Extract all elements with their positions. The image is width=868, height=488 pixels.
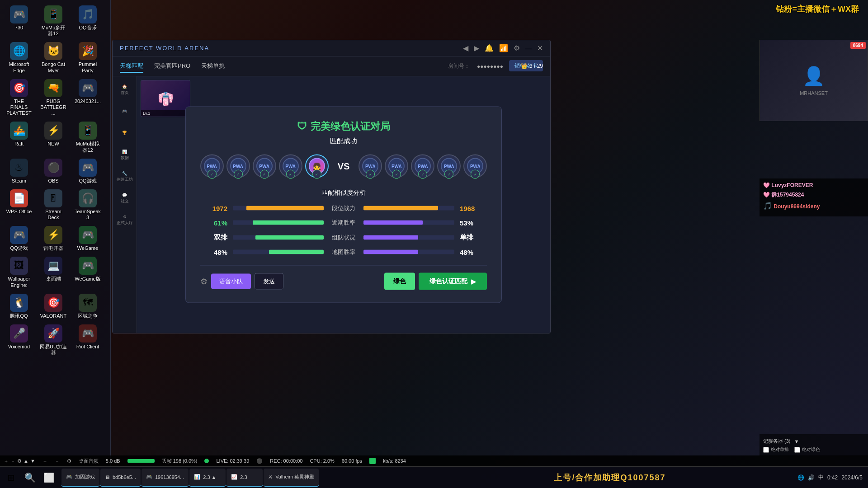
running-app[interactable]: 🎮 196136954... bbox=[142, 469, 189, 487]
tab-tianti-single[interactable]: 天梯单挑 bbox=[201, 60, 225, 73]
server-dropdown-icon[interactable]: ▼ bbox=[794, 439, 799, 444]
launcher-header: PERFECT WORLD ARENA ◀ ▶ 🔔 📶 ⚙ — ✕ bbox=[113, 40, 550, 56]
stat-bar-right bbox=[363, 235, 454, 239]
absolute-green-check[interactable]: 绝对绿色 bbox=[794, 446, 820, 453]
taskbar-network[interactable]: 🌐 bbox=[797, 474, 804, 481]
chat-name-1: 🩷 LuvyzFOREVER bbox=[763, 182, 813, 188]
obs-statusbar: ＋ － ⚙ ▲ ▼ ＋ － ⚙ 桌面音频 5.0 dB 丢帧 198 (0.0%… bbox=[0, 455, 868, 466]
desktop-icon[interactable]: 🎯 VALORANT bbox=[38, 292, 69, 321]
desktop-icon[interactable]: 💻 桌面端 bbox=[38, 255, 69, 290]
running-app[interactable]: 🎮 加固游戏 bbox=[61, 469, 99, 487]
launcher-sidebar-icon[interactable]: 📊 数据 bbox=[115, 145, 135, 165]
launcher-sidebar-icon[interactable]: 🎮 bbox=[115, 102, 135, 122]
running-app[interactable]: ⚔ Valheim 英灵神殿 bbox=[264, 469, 319, 487]
obs-down-icon[interactable]: ▼ bbox=[30, 458, 35, 464]
obs-add-btn[interactable]: ＋ bbox=[4, 458, 9, 465]
send-btn[interactable]: 发送 bbox=[255, 273, 283, 290]
server-label: 记服务器 (3) bbox=[763, 438, 791, 445]
stat-bar-container: 段位战力 bbox=[233, 204, 454, 212]
stat-left-val: 1972 bbox=[200, 204, 227, 212]
desktop-icon[interactable]: ⚡ 雷电开器 bbox=[38, 224, 69, 253]
desktop-icon[interactable]: ⚫ OBS bbox=[38, 157, 69, 186]
desktop-icon[interactable]: 🚀 网易UU加速器 bbox=[38, 323, 69, 357]
desktop-icon[interactable]: 🎮 Riot Client bbox=[72, 323, 103, 357]
chat-item-1: 🩷 LuvyzFOREVER bbox=[763, 182, 864, 188]
desktop-icon[interactable]: 🎤 Voicemod bbox=[4, 323, 34, 357]
tab-tianti-match[interactable]: 天梯匹配 bbox=[120, 60, 143, 73]
player-left-4: PWA✓ bbox=[279, 155, 302, 178]
icon-label: WeGame bbox=[77, 245, 98, 251]
desktop-icon[interactable]: 📱 MuMu模拟器12 bbox=[72, 120, 103, 155]
obs-up-icon[interactable]: ▲ bbox=[24, 458, 28, 464]
desktop-icon[interactable]: 🖼 Wallpaper Engine: bbox=[4, 255, 34, 290]
launcher-sidebar-icon[interactable]: 🏆 bbox=[115, 123, 135, 143]
settings-circle-icon[interactable]: ⚙ bbox=[200, 277, 208, 286]
taskbar-ime[interactable]: 中 bbox=[818, 474, 824, 481]
launcher-notification[interactable]: 🔔 bbox=[485, 44, 494, 52]
desktop-icon[interactable]: 🎮 QQ游戏 bbox=[4, 224, 34, 253]
launcher-sidebar-icon[interactable]: ⚙ 正式大厅 bbox=[115, 210, 135, 230]
running-app[interactable]: 🖥 bd5b6e5... bbox=[100, 469, 141, 487]
stat-right-val: 53% bbox=[460, 219, 487, 226]
desktop-icon[interactable]: 🎮 20240321... bbox=[72, 77, 103, 118]
webcam-overlay: 👤 MRHANSET 8694 bbox=[760, 40, 868, 121]
icon-label: 20240321... bbox=[75, 99, 101, 104]
obs-scene-minus[interactable]: － bbox=[55, 458, 60, 465]
task-view-btn[interactable]: ⬜ bbox=[40, 469, 58, 487]
launcher-signal[interactable]: 📶 bbox=[499, 44, 508, 52]
green-btn[interactable]: 绿色 bbox=[384, 273, 415, 290]
desktop-icon[interactable]: 🔫 PUBG BATTLEGR... bbox=[38, 77, 69, 118]
desktop-icon[interactable]: 🐱 Bongo Cat Myer bbox=[38, 40, 69, 75]
absolute-single-check[interactable]: 绝对单排 bbox=[763, 446, 789, 453]
desktop-icon[interactable]: 🐧 腾讯QQ bbox=[4, 292, 34, 321]
desktop-icon[interactable]: 🗺 区域之争 bbox=[72, 292, 103, 321]
desktop-icon[interactable]: ♨ Steam bbox=[4, 157, 34, 186]
running-app[interactable]: 📈 2.3 bbox=[226, 469, 263, 487]
tab-perfect-pro[interactable]: 完美官匹PRO bbox=[154, 60, 190, 73]
desktop-icon[interactable]: 🎮 WeGame bbox=[72, 224, 103, 253]
desktop-icon[interactable]: 🎚 Stream Deck bbox=[38, 188, 69, 222]
desktop-icon[interactable]: 🎯 THE FINALS PLAYTEST bbox=[4, 77, 34, 118]
stat-bar-left bbox=[233, 221, 324, 225]
obs-minus-btn[interactable]: － bbox=[10, 458, 15, 465]
stat-left-val: 双排 bbox=[200, 233, 227, 242]
launcher-sidebar-icon[interactable]: 🔧 创造工坊 bbox=[115, 167, 135, 187]
launcher-nav-forward[interactable]: ▶ bbox=[474, 44, 479, 52]
desktop-icon[interactable]: 🎮 WeGame版 bbox=[72, 255, 103, 290]
launcher-nav-back[interactable]: ◀ bbox=[463, 44, 468, 52]
stat-bar-fill-right bbox=[363, 221, 423, 225]
start-button[interactable]: ⊞ bbox=[2, 469, 20, 487]
desktop-icon[interactable]: 📄 WPS Office bbox=[4, 188, 34, 222]
launcher-sidebar-icon[interactable]: 💬 社交 bbox=[115, 188, 135, 208]
desktop-icon[interactable]: 🎧 TeamSpeak 3 bbox=[72, 188, 103, 222]
stat-row-1: 61% 近期胜率 53% bbox=[200, 219, 487, 227]
launcher-settings[interactable]: ⚙ bbox=[514, 44, 520, 52]
desktop-icon[interactable]: 🎮 QQ游戏 bbox=[72, 157, 103, 186]
desktop-icon[interactable]: 🚣 Raft bbox=[4, 120, 34, 155]
desktop-icon[interactable]: 📱 MuMu多开器12 bbox=[38, 4, 69, 38]
launcher-minimize[interactable]: — bbox=[525, 45, 532, 52]
desktop-icon[interactable]: 🎵 QQ音乐 bbox=[72, 4, 103, 38]
mute-btn[interactable]: 语音小队 bbox=[211, 274, 251, 289]
desktop-icon[interactable]: ⚡ NEW bbox=[38, 120, 69, 155]
running-app[interactable]: 📊 2.3 ▲ bbox=[189, 469, 226, 487]
desktop-icon[interactable]: 🎮 730 bbox=[4, 4, 34, 38]
start-icon: ⊞ bbox=[7, 472, 15, 483]
obs-db-value: 5.0 dB bbox=[106, 458, 120, 464]
desktop-icon[interactable]: 🌐 Microsoft Edge bbox=[4, 40, 34, 75]
obs-gear-icon[interactable]: ⚙ bbox=[17, 458, 22, 464]
taskbar-volume[interactable]: 🔊 bbox=[808, 474, 815, 481]
launcher-sidebar-icon[interactable]: 🏠 首页 bbox=[115, 80, 135, 100]
obs-scene-add[interactable]: ＋ bbox=[42, 458, 47, 465]
desktop-icon[interactable]: 🎉 Pummel Party bbox=[72, 40, 103, 75]
live-badge: 8694 bbox=[850, 42, 866, 49]
launcher-close[interactable]: ✕ bbox=[537, 44, 543, 52]
stat-bar-right bbox=[363, 221, 454, 225]
icon-label: Wallpaper Engine: bbox=[5, 276, 33, 288]
icon-label: WeGame版 bbox=[75, 276, 100, 282]
player-thumb-1[interactable]: Lv.1 👘 bbox=[141, 80, 190, 117]
sidebar-icon-label: 正式大厅 bbox=[117, 220, 133, 226]
match-btn[interactable]: 绿色认证匹配 ▶ bbox=[419, 273, 487, 290]
obs-scene-gear[interactable]: ⚙ bbox=[67, 458, 71, 464]
search-btn[interactable]: 🔍 bbox=[21, 469, 39, 487]
